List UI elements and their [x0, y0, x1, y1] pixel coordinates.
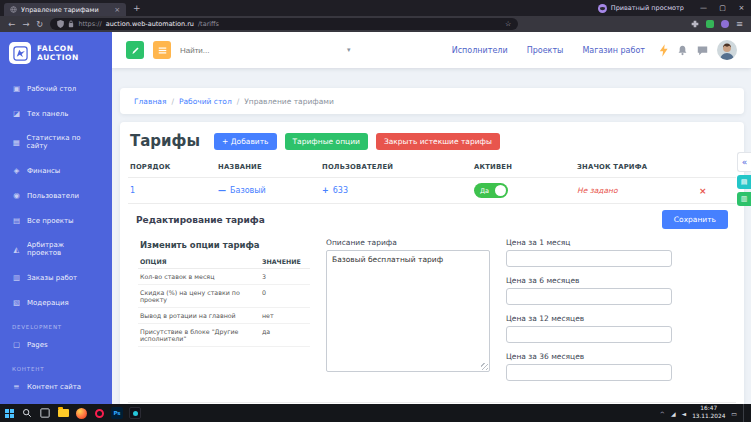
firefox-icon — [76, 408, 87, 419]
search-button[interactable] — [18, 404, 36, 422]
sidebar-item-dashboard[interactable]: ▣Рабочий стол — [0, 76, 112, 101]
column-header-active: АКТИВЕН — [472, 157, 575, 178]
option-value-link[interactable]: да — [260, 324, 310, 347]
bell-icon[interactable] — [677, 45, 688, 56]
menu-quick-button[interactable] — [153, 41, 171, 59]
tariff-options-button[interactable]: Тарифные опции — [285, 133, 368, 150]
action-center-icon[interactable]: ▭ — [731, 410, 737, 417]
network-icon[interactable]: ◢ — [671, 410, 676, 417]
extension-icon[interactable] — [706, 20, 714, 28]
browser-tab[interactable]: Управление тарифами × — [4, 3, 126, 16]
column-header-badge: ЗНАЧОК ТАРИФА — [575, 157, 697, 178]
window-maximize-button[interactable]: ▢ — [713, 0, 732, 16]
active-toggle[interactable]: Да — [474, 183, 508, 198]
option-value-link[interactable]: нет — [260, 308, 310, 324]
description-textarea[interactable]: Базовый бесплатный тариф — [326, 250, 490, 372]
taskbar-clock[interactable]: 16:47 13.11.2024 — [692, 405, 725, 420]
forward-icon[interactable]: → — [22, 20, 29, 29]
collapse-icon[interactable]: — — [218, 186, 226, 195]
nav-link-work-store[interactable]: Магазин работ — [582, 46, 645, 55]
plus-icon[interactable]: + — [322, 186, 329, 195]
nav-link-projects[interactable]: Проекты — [527, 46, 564, 55]
account-icon[interactable] — [721, 20, 729, 28]
tariff-name-link[interactable]: Базовый — [230, 186, 266, 195]
menu-icon[interactable]: ≡ — [736, 20, 743, 29]
breadcrumb-dashboard[interactable]: Рабочий стол — [179, 97, 232, 106]
sidebar-section-development: DEVELOPMENT — [0, 315, 112, 332]
sidebar-item-all-projects[interactable]: ▤Все проекты — [0, 208, 112, 233]
window-close-button[interactable]: × — [732, 0, 751, 16]
option-row: Скидка (%) на цену ставки по проекту 0 — [138, 285, 310, 308]
options-panel-title: Изменить опции тарифа — [140, 240, 310, 250]
extensions-icon[interactable] — [691, 20, 699, 28]
option-value-link[interactable]: 0 — [260, 285, 310, 308]
option-value-link[interactable]: 3 — [260, 269, 310, 285]
edit-quick-button[interactable] — [126, 41, 144, 59]
price-1-month-label: Цена за 1 месяц — [506, 238, 672, 247]
window-minimize-button[interactable]: — — [694, 0, 713, 16]
price-6-months-label: Цена за 6 месяцев — [506, 276, 672, 285]
delete-icon[interactable]: × — [699, 186, 707, 196]
app-icon — [129, 407, 141, 419]
page: ▾ Исполнители Проекты Магазин работ Глав… — [112, 32, 751, 404]
collapse-flyout-button[interactable]: « — [737, 152, 751, 172]
price-1-month-input[interactable] — [506, 250, 672, 267]
price-12-months-input[interactable] — [506, 326, 672, 343]
tray-expand-icon[interactable]: ^ — [660, 410, 665, 417]
tariff-order-link[interactable]: 1 — [130, 186, 135, 195]
chat-icon[interactable] — [697, 45, 708, 56]
search-input[interactable] — [180, 46, 338, 55]
sidebar-item-site-statistics[interactable]: ▦Статистика по сайту — [0, 126, 112, 158]
close-expired-tariffs-button[interactable]: Закрыть истекшие тарифы — [376, 133, 500, 150]
price-6-months-input[interactable] — [506, 288, 672, 305]
flyout-chart-icon[interactable]: ▥ — [737, 192, 751, 206]
save-button[interactable]: Сохранить — [662, 210, 728, 229]
photoshop-button[interactable]: Ps — [108, 404, 126, 422]
sidebar-item-pages[interactable]: ▢Pages — [0, 332, 112, 357]
description-label: Описание тарифа — [326, 238, 490, 247]
brand[interactable]: FALCON AUCTION — [0, 32, 112, 76]
breadcrumb-current: Управление тарифами — [244, 97, 334, 106]
user-avatar[interactable] — [717, 40, 737, 60]
refresh-icon[interactable]: ↻ — [36, 20, 43, 29]
lightning-icon[interactable] — [659, 44, 668, 57]
list-icon — [158, 46, 167, 55]
browser-button[interactable] — [90, 404, 108, 422]
sidebar-item-work-orders[interactable]: ▥Заказы работ — [0, 265, 112, 290]
nav-link-executors[interactable]: Исполнители — [452, 46, 508, 55]
price-12-months-label: Цена за 12 месяцев — [506, 314, 672, 323]
flyout-settings-icon[interactable]: ▤ — [737, 175, 751, 189]
url-path: /tariffs — [198, 20, 219, 28]
show-desktop-button[interactable] — [743, 404, 747, 422]
sidebar-item-moderation[interactable]: ▧Модерация — [0, 290, 112, 315]
sidebar-item-project-arbitration[interactable]: ◭Арбитраж проектов — [0, 233, 112, 265]
tariff-users-link[interactable]: 633 — [333, 186, 348, 195]
tab-close-icon[interactable]: × — [114, 6, 120, 14]
volume-icon[interactable]: ◄ — [682, 410, 687, 417]
chevron-down-icon[interactable]: ▾ — [347, 46, 351, 54]
search-icon — [22, 408, 32, 418]
browser-ring-icon — [95, 409, 104, 418]
back-icon[interactable]: ← — [8, 20, 15, 29]
breadcrumb-home[interactable]: Главная — [134, 97, 166, 106]
sidebar-item-tech-panel[interactable]: ◪Тех панель — [0, 101, 112, 126]
sidebar-item-label: Финансы — [27, 167, 60, 175]
sidebar-item-site-content[interactable]: ≡Контент сайта — [0, 374, 112, 399]
resize-handle[interactable] — [481, 363, 488, 370]
sidebar-item-finances[interactable]: ◈Финансы — [0, 158, 112, 183]
start-button[interactable] — [0, 404, 18, 422]
sidebar-item-label: Все проекты — [27, 217, 74, 225]
file-explorer-button[interactable] — [54, 404, 72, 422]
add-tariff-button[interactable]: + Добавить — [214, 133, 276, 150]
tariff-prices-panel: Цена за 1 месяц Цена за 6 месяцев Цена з… — [506, 238, 672, 390]
pages-icon: ▢ — [12, 340, 21, 349]
task-view-button[interactable] — [36, 404, 54, 422]
option-row: Кол-во ставок в месяц 3 — [138, 269, 310, 285]
app-button[interactable] — [126, 404, 144, 422]
new-tab-button[interactable]: + — [133, 3, 141, 13]
price-36-months-input[interactable] — [506, 364, 672, 381]
url-bar[interactable]: https://auction.web-automation.ru/tariff… — [50, 18, 518, 30]
bookmark-star-icon[interactable]: ☆ — [505, 20, 511, 28]
sidebar-item-users[interactable]: ◉Пользователи — [0, 183, 112, 208]
firefox-button[interactable] — [72, 404, 90, 422]
